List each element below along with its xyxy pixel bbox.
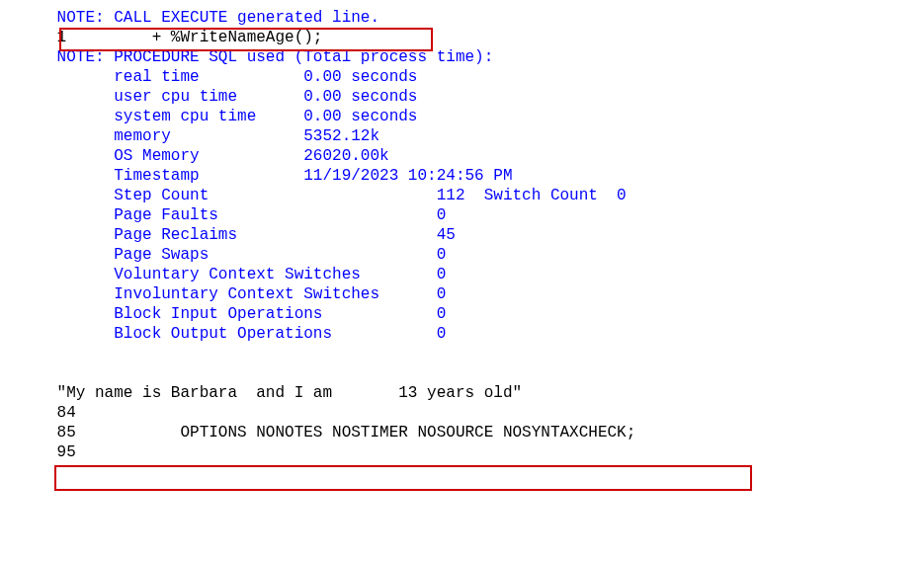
stat-page-faults: Page Faults 0 bbox=[57, 206, 447, 224]
line-84: 84 bbox=[57, 404, 76, 422]
stat-user-cpu-time: user cpu time 0.00 seconds bbox=[57, 88, 418, 106]
note-proc-sql: NOTE: PROCEDURE SQL used (Total process … bbox=[57, 48, 494, 66]
stat-block-output-operations: Block Output Operations 0 bbox=[57, 325, 447, 343]
note-call-execute: NOTE: CALL EXECUTE generated line. bbox=[57, 9, 379, 27]
generated-line: 1 + %WriteNameAge(); bbox=[57, 29, 323, 46]
sas-log-view: NOTE: CALL EXECUTE generated line. 1 + %… bbox=[0, 0, 924, 561]
line-95: 95 bbox=[57, 443, 76, 461]
stat-system-cpu-time: system cpu time 0.00 seconds bbox=[57, 108, 418, 125]
stat-memory: memory 5352.12k bbox=[57, 127, 379, 145]
highlight-output-line bbox=[54, 465, 752, 491]
line-85-options: 85 OPTIONS NONOTES NOSTIMER NOSOURCE NOS… bbox=[57, 424, 636, 441]
stat-page-reclaims: Page Reclaims 45 bbox=[57, 226, 456, 244]
stat-block-input-operations: Block Input Operations 0 bbox=[57, 305, 447, 323]
stat-real-time: real time 0.00 seconds bbox=[57, 68, 418, 86]
stat-os-memory: OS Memory 26020.00k bbox=[57, 147, 389, 165]
stat-involuntary-context-switches: Involuntary Context Switches 0 bbox=[57, 285, 447, 303]
log-text: NOTE: CALL EXECUTE generated line. 1 + %… bbox=[0, 0, 924, 462]
output-line: "My name is Barbara and I am 13 years ol… bbox=[57, 384, 522, 402]
stat-step-count: Step Count 112 Switch Count 0 bbox=[57, 187, 627, 204]
stat-voluntary-context-switches: Voluntary Context Switches 0 bbox=[57, 266, 447, 283]
stat-timestamp: Timestamp 11/19/2023 10:24:56 PM bbox=[57, 167, 513, 185]
stat-page-swaps: Page Swaps 0 bbox=[57, 246, 447, 264]
